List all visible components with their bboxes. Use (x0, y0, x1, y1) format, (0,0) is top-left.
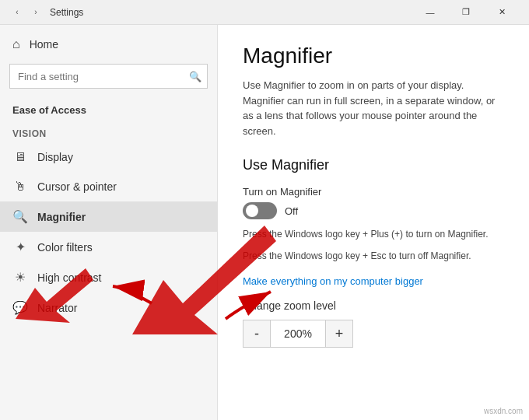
content-area: Magnifier Use Magnifier to zoom in on pa… (218, 25, 529, 420)
home-nav-item[interactable]: ⌂ Home (0, 25, 217, 61)
zoom-label: Change zoom level (243, 299, 504, 312)
toggle-label: Turn on Magnifier (243, 186, 504, 198)
sidebar-item-cursor[interactable]: 🖱 Cursor & pointer (0, 172, 217, 201)
titlebar-nav: ‹ › (9, 5, 44, 20)
sidebar-item-cursor-label: Cursor & pointer (37, 180, 117, 193)
sidebar-item-narrator[interactable]: 💬 Narrator (0, 292, 217, 323)
use-magnifier-title: Use Magnifier (243, 157, 504, 173)
toggle-row: Turn on Magnifier Off (243, 186, 504, 219)
app-body: ⌂ Home 🔍 Ease of Access Vision 🖥 Display… (0, 25, 529, 420)
home-label: Home (30, 38, 58, 51)
sidebar: ⌂ Home 🔍 Ease of Access Vision 🖥 Display… (0, 25, 218, 420)
sidebar-item-narrator-label: Narrator (37, 302, 77, 314)
sidebar-item-colorfilters-label: Color filters (37, 241, 93, 254)
zoom-minus-button[interactable]: - (243, 320, 271, 348)
cursor-icon: 🖱 (12, 180, 28, 194)
bigger-link[interactable]: Make everything on my computer bigger (243, 275, 423, 287)
zoom-controls: - 200% + (243, 320, 504, 348)
close-button[interactable]: ✕ (484, 0, 520, 25)
titlebar-title: Settings (50, 7, 83, 18)
sidebar-item-highcontrast-label: High contrast (37, 271, 101, 284)
sidebar-item-highcontrast[interactable]: ☀ High contrast (0, 262, 217, 292)
titlebar-left: ‹ › Settings (9, 5, 412, 20)
sidebar-item-display-label: Display (37, 151, 73, 163)
search-box: 🔍 (9, 64, 208, 89)
toggle-knob (246, 205, 258, 217)
page-title: Magnifier (243, 44, 504, 68)
hint-text-2: Press the Windows logo key + Esc to turn… (243, 249, 504, 263)
ease-of-access-label: Ease of Access (0, 98, 217, 119)
forward-button[interactable]: › (28, 5, 44, 20)
sidebar-item-display[interactable]: 🖥 Display (0, 142, 217, 172)
minimize-button[interactable]: — (412, 0, 448, 25)
sidebar-item-magnifier[interactable]: 🔍 Magnifier (0, 201, 217, 232)
home-icon: ⌂ (12, 37, 20, 51)
page-description: Use Magnifier to zoom in on parts of you… (243, 78, 504, 138)
display-icon: 🖥 (12, 150, 28, 164)
highcontrast-icon: ☀ (12, 270, 28, 285)
watermark: wsxdn.com (484, 407, 523, 415)
search-input[interactable] (9, 64, 208, 89)
magnifier-icon: 🔍 (12, 209, 28, 224)
titlebar: ‹ › Settings — ❐ ✕ (0, 0, 529, 25)
sidebar-item-colorfilters[interactable]: ✦ Color filters (0, 232, 217, 262)
sidebar-item-magnifier-label: Magnifier (37, 211, 86, 223)
titlebar-controls: — ❐ ✕ (412, 0, 520, 25)
hint-text-1: Press the Windows logo key + Plus (+) to… (243, 227, 504, 241)
search-icon: 🔍 (189, 71, 201, 82)
vision-section-label: Vision (0, 119, 217, 142)
back-button[interactable]: ‹ (9, 5, 25, 20)
zoom-value: 200% (271, 320, 325, 348)
toggle-with-label: Off (243, 202, 504, 219)
maximize-button[interactable]: ❐ (448, 0, 484, 25)
magnifier-toggle[interactable] (243, 202, 277, 219)
toggle-state-label: Off (285, 205, 298, 217)
narrator-icon: 💬 (12, 300, 28, 315)
colorfilters-icon: ✦ (12, 240, 28, 254)
zoom-plus-button[interactable]: + (325, 320, 353, 348)
